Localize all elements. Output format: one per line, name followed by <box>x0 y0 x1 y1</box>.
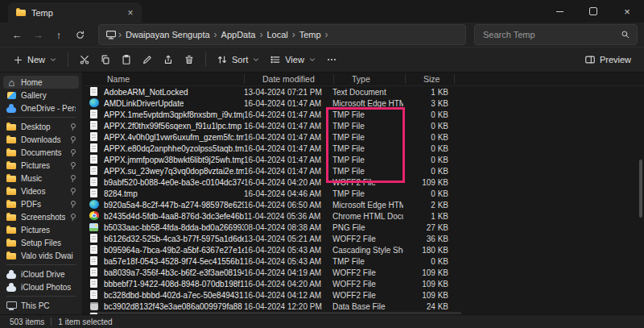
sidebar-item-label: Pictures <box>21 161 65 170</box>
file-row[interactable]: b9abf520-b088-4e0e-ba3e-c0104dc3749d.tmp… <box>89 176 461 188</box>
up-button[interactable]: ↑ <box>48 25 69 44</box>
explorer-tab[interactable]: Temp × <box>8 2 142 23</box>
file-name: APPX.4v0h0gl1vwr6uxufm_gzem5fc.tmp <box>104 133 244 142</box>
minimize-button[interactable] <box>543 0 576 23</box>
file-size: 0 KB <box>403 133 456 142</box>
copy-button[interactable] <box>95 51 116 69</box>
file-row[interactable]: ba8039a7-356f-4b3c-b6f2-e3f3ae081944.tmp… <box>89 267 461 278</box>
file-row[interactable]: APPX.e80dq2anphhe0yzolpss5taqb.tmp16-04-… <box>89 143 461 154</box>
breadcrumb-chevron-icon[interactable]: › <box>291 29 297 40</box>
pin-icon <box>69 162 76 169</box>
file-row[interactable]: b920a5a4-8c2f-447b-a274-985978e6298f.tmp… <box>89 199 461 210</box>
folder-icon <box>6 238 17 248</box>
file-row[interactable]: bc328dbd-bbbd-402d-a7ec-50e8494314dc.tm.… <box>89 289 461 301</box>
file-row[interactable]: APPX.1me5vptdm3qpkf8nxsbm_i9v.tmp16-04-2… <box>89 109 461 120</box>
more-options-button[interactable] <box>321 51 342 69</box>
sidebar-item-icloud-drive[interactable]: iCloud Drive <box>3 268 79 280</box>
address-bar[interactable]: › Dwaipayan Sengupta›AppData›Local›Temp› <box>98 24 466 45</box>
search-box[interactable] <box>474 24 638 45</box>
column-header-type[interactable]: Type <box>334 74 406 84</box>
new-button[interactable]: New <box>8 52 62 69</box>
file-row[interactable]: APPX.su_23wey7q3vq0dop8vztai2e.tmp16-04-… <box>89 165 461 176</box>
column-header-date-modified[interactable]: Date modified <box>245 74 334 84</box>
breadcrumb-segment[interactable]: AppData <box>219 30 258 39</box>
vertical-scrollbar[interactable] <box>639 89 642 301</box>
file-date-modified: 16-04-2024 01:47 AM <box>244 122 332 131</box>
tab-close-icon[interactable]: × <box>124 6 137 19</box>
column-header-name[interactable]: Name <box>89 74 245 84</box>
cut-button[interactable] <box>74 51 95 69</box>
paste-button[interactable] <box>116 51 137 69</box>
sidebar-item-pictures[interactable]: Pictures <box>3 159 79 172</box>
sidebar-item-this-pc[interactable]: This PC <box>3 299 79 312</box>
sidebar-item-onedrive-personal[interactable]: OneDrive - Personal <box>3 102 79 114</box>
view-button[interactable]: View <box>265 51 321 69</box>
file-date-modified: 12-04-2024 10:48 PM <box>244 313 332 315</box>
breadcrumb-chevron-icon[interactable]: › <box>324 29 330 40</box>
sidebar-item-music[interactable]: Music <box>3 172 79 185</box>
breadcrumb-chevron-icon[interactable]: › <box>258 29 264 40</box>
delete-button[interactable] <box>179 51 200 69</box>
file-row[interactable]: bbbebf71-9422-408d-8948-070db198f1c9.tm.… <box>89 278 461 289</box>
forward-button[interactable]: → <box>27 25 48 44</box>
delete-icon <box>184 54 195 65</box>
file-type: Chrome HTML Docu... <box>332 212 403 221</box>
breadcrumb-segment[interactable]: Temp <box>297 30 324 39</box>
breadcrumb-chevron-icon[interactable]: › <box>213 29 219 40</box>
file-row[interactable]: 8284.tmp16-04-2024 04:46 AMTMP File0 KB <box>89 188 461 199</box>
breadcrumb-segment[interactable]: Dwaipayan Sengupta <box>123 30 213 39</box>
sort-button[interactable]: Sort <box>212 51 265 69</box>
tmp-file-icon <box>89 155 99 164</box>
file-row[interactable]: b5033aac-bb58-4fda-8dda-bd0a2669932f.tmp… <box>89 222 461 233</box>
file-type: TMP File <box>332 122 403 131</box>
cut-icon <box>79 54 90 65</box>
file-row[interactable]: b6126d32-525b-4ca3-b77f-5975a1d6de7d.tm.… <box>89 233 461 244</box>
tmp-file-icon <box>89 166 99 176</box>
file-row[interactable]: APPX.2f0thx99f56sqexn_f91u1lpc.tmp16-04-… <box>89 120 461 131</box>
file-size: 0 KB <box>403 257 456 266</box>
folder-icon <box>6 160 17 171</box>
file-row[interactable]: b2435d4d-5fdb-4aa8-876d-3dc3efe46be9.tmp… <box>89 210 461 222</box>
back-button[interactable]: ← <box>6 25 27 44</box>
woff2-file-icon <box>89 234 99 243</box>
sidebar-item-home[interactable]: ⌂Home <box>3 76 79 89</box>
chevron-down-icon <box>308 56 316 64</box>
column-header-size[interactable]: Size <box>406 74 455 84</box>
file-row[interactable]: AdobeARM_NotLocked13-04-2024 07:21 PMTex… <box>89 86 461 98</box>
maximize-button[interactable] <box>576 0 610 23</box>
sidebar-item-downloads[interactable]: Downloads <box>3 133 79 146</box>
breadcrumb-segment[interactable]: Local <box>264 30 290 39</box>
sidebar-item-gallery[interactable]: Gallery <box>3 89 79 102</box>
sidebar-item-pictures[interactable]: Pictures <box>3 223 79 236</box>
sidebar-item-valo-vids-dwai[interactable]: Valo vids Dwai <box>3 249 79 262</box>
sidebar-item-documents[interactable]: Documents <box>3 146 79 159</box>
file-row[interactable]: b095964a-7bca-49b2-a5bf-6367e27e1e79.tmp… <box>89 244 461 255</box>
close-button[interactable]: × <box>610 0 644 23</box>
status-bar: 503 items 1 item selected <box>0 314 644 328</box>
file-row[interactable]: AMDLinkDriverUpdate16-04-2024 01:47 AMMi… <box>89 98 461 109</box>
file-name-cell: APPX.su_23wey7q3vq0dop8vztai2e.tmp <box>89 166 244 176</box>
rename-button[interactable] <box>137 51 158 69</box>
scrollbar-thumb[interactable] <box>639 160 642 218</box>
sidebar-item-videos[interactable]: Videos <box>3 185 79 197</box>
file-size: 0 KB <box>403 144 456 153</box>
sidebar-item-screenshots[interactable]: Screenshots <box>3 210 79 223</box>
file-row[interactable]: APPX.jmmfpopw38bwkt6libt9j25wh.tmp16-04-… <box>89 154 461 165</box>
file-size: 0 KB <box>403 122 456 131</box>
sidebar-item-icloud-photos[interactable]: iCloud Photos <box>3 280 79 293</box>
file-name-cell: 8284.tmp <box>89 189 244 198</box>
folder-icon <box>6 135 17 145</box>
file-date-modified: 16-04-2024 04:19 AM <box>244 268 332 277</box>
file-row[interactable]: ba57e18f-0543-4528-9f74-5ec41556b1b2.tmp… <box>89 255 461 267</box>
sidebar-item-setup-files[interactable]: Setup Files <box>3 236 79 249</box>
search-input[interactable] <box>481 29 616 40</box>
sidebar-item-pdfs[interactable]: PDFs <box>3 197 79 210</box>
file-row[interactable]: APPX.4v0h0gl1vwr6uxufm_gzem5fc.tmp16-04-… <box>89 131 461 143</box>
preview-button[interactable]: Preview <box>580 51 636 69</box>
file-size: 1 KB <box>403 212 456 221</box>
file-row[interactable]: bc3902d8132f43e3ae086a009979fa88.db.ses.… <box>89 312 461 314</box>
refresh-button[interactable] <box>69 25 90 44</box>
sidebar-item-desktop[interactable]: Desktop <box>3 120 79 133</box>
file-row[interactable]: bc3902d8132f43e3ae086a009979fa8816-04-20… <box>89 301 461 312</box>
share-button[interactable] <box>158 51 179 69</box>
